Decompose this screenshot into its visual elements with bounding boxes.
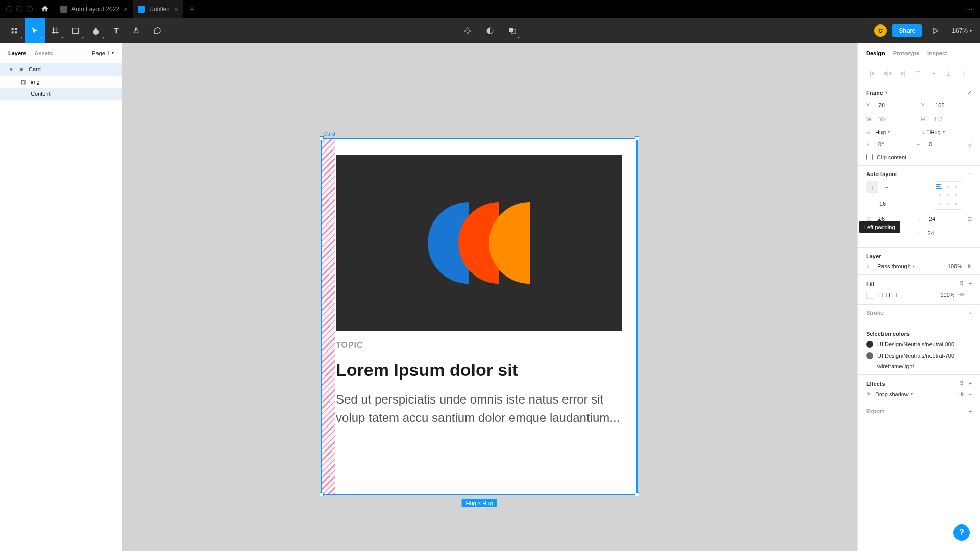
selection-colors-section: Selection colors UI Design/Neutrals/neut… [858, 325, 980, 375]
tab-auto-layout[interactable]: Auto Layout 2022 × [55, 0, 133, 18]
add-export-icon[interactable]: + [969, 408, 972, 414]
padding-bottom-icon: ⊥ [916, 230, 923, 237]
maximize-window[interactable] [27, 6, 33, 12]
padding-indicator-left[interactable] [322, 139, 335, 494]
independent-corners-icon[interactable]: ⊡ [967, 141, 972, 148]
align-center-h-icon[interactable]: ≡|≡ [881, 67, 894, 80]
x-input[interactable] [876, 100, 907, 110]
add-stroke-icon[interactable]: + [969, 310, 972, 316]
blend-mode-select[interactable]: Pass through▾ [877, 263, 944, 269]
fill-opacity[interactable]: 100% [940, 292, 954, 298]
style-icon[interactable]: ⠿ [960, 280, 964, 287]
left-panel-tabs: Layers Assets Page 1▾ [0, 43, 122, 63]
layer-row-content[interactable]: ≡ Content [0, 88, 122, 100]
text-tool[interactable] [106, 18, 127, 43]
tab-untitled[interactable]: Untitled × [133, 0, 183, 18]
page-selector[interactable]: Page 1▾ [92, 50, 114, 56]
resize-v-select[interactable]: ⌄⌃Hug▾ [921, 129, 972, 135]
h-input[interactable] [932, 114, 962, 124]
minimize-window[interactable] [16, 6, 22, 12]
remove-effect-icon[interactable]: − [969, 391, 972, 397]
move-tool[interactable]: ▾ [24, 18, 45, 43]
menu-dots[interactable]: ⋯ [966, 5, 974, 13]
new-tab-button[interactable]: + [183, 4, 201, 15]
fill-hex[interactable]: FFFFFF [878, 292, 936, 298]
comment-tool[interactable] [147, 18, 167, 43]
add-effect-icon[interactable]: + [969, 380, 972, 387]
frame-tool[interactable]: ▾ [45, 18, 65, 43]
color-row[interactable]: wireframe/light [866, 363, 972, 369]
visibility-icon[interactable]: 👁 [959, 292, 965, 298]
direction-horizontal[interactable]: → [880, 181, 893, 193]
padding-bottom-input[interactable] [926, 228, 957, 238]
effect-settings-icon[interactable]: ☀ [866, 391, 871, 397]
main-menu-button[interactable]: ▾ [4, 18, 24, 43]
share-button[interactable]: Share [892, 24, 922, 37]
effects-section: Effects⠿+ ☀ Drop shadow▾ 👁 − [858, 375, 980, 403]
size-badge: Hug × Hug [462, 499, 497, 507]
w-label: W [866, 116, 873, 122]
spacing-input[interactable] [877, 198, 908, 209]
remove-fill-icon[interactable]: − [969, 292, 972, 298]
padding-top-input[interactable] [927, 214, 958, 224]
home-icon[interactable] [41, 5, 49, 14]
component-icon[interactable] [458, 18, 477, 43]
distribute-icon[interactable]: ⫴ [958, 67, 970, 80]
resize-fit-icon[interactable]: ⤢ [967, 89, 972, 96]
tooltip-left-padding: Left padding [859, 221, 900, 233]
frame-title[interactable]: Frame ▾ [866, 90, 887, 96]
close-icon[interactable]: × [174, 5, 178, 13]
tab-assets[interactable]: Assets [34, 50, 53, 56]
fill-swatch[interactable] [866, 291, 874, 299]
add-fill-icon[interactable]: + [969, 280, 972, 287]
close-window[interactable] [6, 6, 12, 12]
tab-design[interactable]: Design [866, 50, 885, 56]
w-input[interactable] [876, 114, 907, 124]
svg-rect-3 [15, 31, 17, 33]
remove-autolayout-icon[interactable]: − [969, 171, 972, 177]
hand-tool[interactable] [127, 18, 147, 43]
layer-name: img [31, 79, 40, 85]
layer-row-card[interactable]: ▾ ≡ Card [0, 63, 122, 76]
autolayout-more-icon[interactable]: ⋯ [966, 183, 972, 190]
direction-vertical[interactable]: ↓ [866, 181, 878, 193]
mask-icon[interactable] [481, 18, 499, 43]
align-center-v-icon[interactable]: + [927, 67, 940, 80]
alignment-grid[interactable] [934, 181, 962, 210]
clip-content-checkbox[interactable] [866, 154, 873, 160]
tab-prototype[interactable]: Prototype [893, 50, 919, 56]
canvas[interactable]: Card TOPIC Lorem Ipsum dolor sit Sed ut … [122, 43, 857, 551]
visibility-icon[interactable]: 👁 [959, 391, 965, 397]
fill-section: Fill⠿+ FFFFFF 100% 👁 − [858, 275, 980, 305]
shape-tool[interactable]: ▾ [65, 18, 86, 43]
align-bottom-icon[interactable]: ⊥ [943, 67, 955, 80]
present-button[interactable] [927, 18, 943, 43]
rotation-input[interactable] [876, 139, 907, 149]
y-input[interactable] [932, 100, 962, 110]
layer-opacity[interactable]: 100% [948, 263, 962, 269]
style-icon[interactable]: ⠿ [960, 380, 964, 387]
boolean-icon[interactable]: ▾ [503, 18, 522, 43]
svg-rect-4 [73, 28, 79, 34]
align-left-icon[interactable]: |≡ [866, 67, 878, 80]
zoom-level[interactable]: 167%▾ [948, 27, 976, 34]
align-right-icon[interactable]: ≡| [897, 67, 909, 80]
resize-h-select[interactable]: ›‹Hug▾ [866, 129, 917, 135]
align-top-icon[interactable]: ⊤ [912, 67, 924, 80]
color-row[interactable]: UI Design/Neutrals/neutral-700 [866, 352, 972, 359]
help-button[interactable]: ? [953, 524, 970, 541]
visibility-icon[interactable]: 👁 [966, 263, 972, 269]
independent-padding-icon[interactable]: ⊡ [967, 216, 972, 222]
close-icon[interactable]: × [124, 5, 128, 13]
tab-layers[interactable]: Layers [8, 50, 26, 56]
card-topic: TOPIC [336, 341, 623, 350]
avatar[interactable]: C [874, 24, 887, 37]
layer-row-img[interactable]: ▧ img [0, 76, 122, 88]
color-row[interactable]: UI Design/Neutrals/neutral-800 [866, 341, 972, 348]
radius-input[interactable] [927, 139, 958, 149]
effect-type-select[interactable]: Drop shadow▾ [875, 391, 955, 397]
pen-tool[interactable]: ▾ [86, 18, 106, 43]
tab-inspect[interactable]: Inspect [927, 50, 947, 56]
frame-label[interactable]: Card [323, 131, 335, 137]
selection-bounds: TOPIC Lorem Ipsum dolor sit Sed ut persp… [321, 138, 638, 495]
